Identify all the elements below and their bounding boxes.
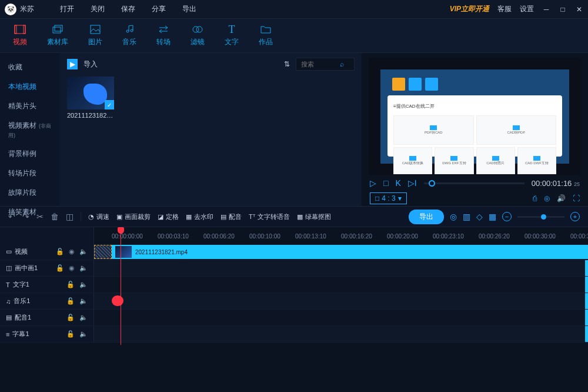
tab-library[interactable]: 素材库 bbox=[42, 22, 73, 49]
delete-icon[interactable]: 🗑 bbox=[51, 212, 59, 221]
menu-share[interactable]: 分享 bbox=[143, 4, 174, 14]
vip-link[interactable]: VIP立即开通 bbox=[450, 4, 489, 14]
tab-works[interactable]: 作品 bbox=[254, 22, 278, 49]
playhead[interactable] bbox=[121, 227, 121, 345]
search-input[interactable]: ⌕ bbox=[296, 58, 355, 71]
prev-frame-icon[interactable]: K bbox=[395, 178, 400, 188]
mute-icon[interactable]: 🔈 bbox=[79, 281, 88, 288]
sidebar-item-favorites[interactable]: 收藏 bbox=[0, 58, 60, 77]
fullscreen-icon[interactable]: ⛶ bbox=[573, 194, 580, 202]
lock-icon[interactable]: 🔓 bbox=[66, 281, 75, 288]
time-ruler[interactable]: 00:00:00:0000:00:03:1000:00:06:2000:00:1… bbox=[94, 227, 588, 244]
marker-icon[interactable]: ◇ bbox=[476, 212, 483, 221]
tab-transition[interactable]: 转场 bbox=[152, 22, 175, 49]
menu-export[interactable]: 导出 bbox=[174, 4, 205, 14]
next-frame-icon[interactable]: ▷I bbox=[408, 178, 417, 188]
tab-filter-label: 滤镜 bbox=[191, 37, 205, 47]
video-clip[interactable]: 20211123​1821.mp4 bbox=[112, 245, 588, 259]
layout-icon[interactable]: ▥ bbox=[463, 212, 470, 221]
preview-card: CAD转图片 bbox=[476, 147, 515, 174]
export-button[interactable]: 导出 bbox=[409, 210, 444, 224]
track-body[interactable] bbox=[94, 277, 588, 293]
track-body[interactable] bbox=[94, 310, 588, 325]
preview-viewport[interactable]: ≡ 提供CAD在线二开 PDF转CAD CAD转PDF CAD版本转换 DWG … bbox=[369, 58, 581, 175]
eye-icon[interactable]: ◉ bbox=[69, 248, 75, 255]
tab-video[interactable]: 视频 bbox=[8, 22, 32, 49]
slider-knob[interactable] bbox=[429, 180, 435, 187]
watermark-button[interactable]: ▦去水印 bbox=[186, 212, 213, 221]
search-field[interactable] bbox=[301, 61, 336, 68]
tab-music[interactable]: 音乐 bbox=[118, 22, 141, 49]
lock-icon[interactable]: 🔓 bbox=[66, 297, 75, 305]
sidebar-item-glitch[interactable]: 故障片段 bbox=[0, 183, 60, 202]
zoom-knob[interactable] bbox=[541, 214, 546, 220]
mute-icon[interactable]: 🔈 bbox=[79, 314, 88, 321]
mute-icon[interactable]: 🔈 bbox=[79, 330, 88, 338]
zoom-slider[interactable] bbox=[517, 216, 564, 218]
ruler-icon[interactable]: ▦ bbox=[489, 212, 496, 221]
mute-icon[interactable]: 🔈 bbox=[79, 264, 88, 272]
maximize-icon[interactable]: □ bbox=[559, 5, 567, 14]
lock-icon[interactable]: 🔓 bbox=[66, 314, 75, 321]
stop-icon[interactable]: □ bbox=[383, 178, 388, 188]
track-body[interactable] bbox=[94, 326, 588, 342]
cut-icon[interactable]: ✂ bbox=[36, 212, 44, 221]
support-link[interactable]: 客服 bbox=[497, 4, 512, 14]
import-label[interactable]: 导入 bbox=[83, 59, 98, 69]
track-label: T文字1 bbox=[6, 280, 62, 289]
close-icon[interactable]: ✕ bbox=[575, 5, 583, 14]
settings-link[interactable]: 设置 bbox=[520, 4, 534, 14]
crop-frame-button[interactable]: ▣画面裁剪 bbox=[116, 212, 151, 221]
mute-icon[interactable]: 🔈 bbox=[79, 248, 88, 255]
speed-button[interactable]: ◔调速 bbox=[88, 212, 109, 221]
playback-slider[interactable] bbox=[424, 182, 524, 184]
snapshot-icon[interactable]: ⎙ bbox=[533, 194, 537, 202]
preview-card: DWG DXF互转 bbox=[435, 147, 473, 174]
lock-icon[interactable]: 🔓 bbox=[66, 330, 75, 338]
tab-image[interactable]: 图片 bbox=[83, 22, 107, 49]
aspect-selector[interactable]: □ 4 : 3 ▾ bbox=[370, 192, 407, 204]
tab-filter[interactable]: 滤镜 bbox=[186, 22, 209, 49]
preview-toggle-icon[interactable]: ◎ bbox=[450, 212, 457, 221]
track-label: ◫画中画1 bbox=[6, 264, 51, 273]
eye-icon[interactable]: ◉ bbox=[69, 264, 75, 272]
tab-text[interactable]: T 文字 bbox=[220, 22, 243, 49]
search-icon[interactable]: ⌕ bbox=[340, 60, 344, 68]
import-button-icon[interactable]: ▶ bbox=[67, 59, 78, 69]
sidebar-item-local-video[interactable]: 本地视频 bbox=[0, 77, 60, 97]
freeze-button[interactable]: ◪定格 bbox=[158, 212, 179, 221]
sidebar-item-background[interactable]: 背景样例 bbox=[0, 144, 60, 164]
minimize-icon[interactable]: ─ bbox=[542, 5, 550, 14]
track-head: ◫画中画1 🔓 ◉ 🔈 bbox=[0, 260, 94, 276]
track-body[interactable]: 20211123​1821.mp4 bbox=[94, 244, 588, 260]
lock-icon[interactable]: 🔓 bbox=[56, 248, 64, 255]
undo-icon[interactable]: ↶ bbox=[8, 212, 15, 221]
lock-icon[interactable]: 🔓 bbox=[56, 264, 64, 272]
tts-button[interactable]: Tᵀ文字转语音 bbox=[249, 212, 290, 221]
ruler-tick: 00:00:26:20 bbox=[479, 233, 510, 240]
play-icon[interactable]: ▷ bbox=[370, 178, 376, 188]
menu-open[interactable]: 打开 bbox=[52, 4, 82, 14]
sort-icon[interactable]: ⇅ bbox=[284, 60, 290, 68]
camera-icon[interactable]: ◎ bbox=[544, 194, 550, 202]
sidebar-item-stock-video[interactable]: 视频素材(非商用) bbox=[0, 116, 60, 144]
track-body[interactable] bbox=[94, 260, 588, 276]
greenscreen-button[interactable]: ▩绿幕抠图 bbox=[297, 212, 331, 221]
clip-gap[interactable] bbox=[94, 245, 112, 259]
track-body[interactable] bbox=[94, 293, 588, 309]
zoom-in-icon[interactable]: + bbox=[570, 212, 580, 221]
volume-icon[interactable]: 🔊 bbox=[557, 194, 566, 202]
sidebar-item-transition-clip[interactable]: 转场片段 bbox=[0, 164, 60, 183]
ruler-tick: 00:00:33:10 bbox=[570, 233, 588, 240]
sidebar-item-intro[interactable]: 精美片头 bbox=[0, 97, 60, 116]
crop-icon[interactable]: ◫ bbox=[66, 212, 74, 221]
zoom-out-icon[interactable]: − bbox=[502, 212, 512, 221]
menu-save[interactable]: 保存 bbox=[113, 4, 143, 14]
ruler-tick: 00:00:03:10 bbox=[158, 233, 189, 240]
menu-close[interactable]: 关闭 bbox=[82, 4, 113, 14]
record-marker[interactable] bbox=[112, 295, 123, 306]
redo-icon[interactable]: ↷ bbox=[22, 212, 29, 221]
mute-icon[interactable]: 🔈 bbox=[79, 297, 88, 305]
dub-button[interactable]: ▤配音 bbox=[220, 212, 242, 221]
media-thumbnail[interactable]: ✓ 2021112318​21… bbox=[67, 77, 114, 119]
